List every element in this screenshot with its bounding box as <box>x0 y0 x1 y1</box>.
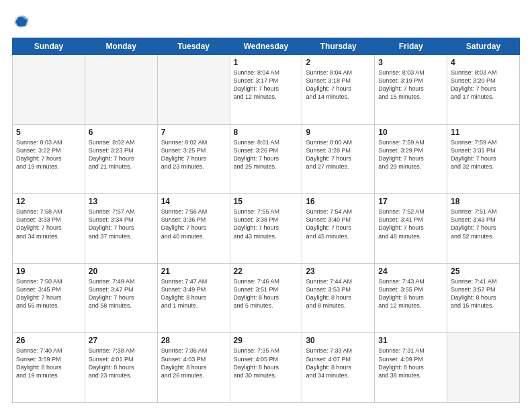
calendar-cell: 29Sunrise: 7:35 AM Sunset: 4:05 PM Dayli… <box>230 333 302 403</box>
calendar-cell <box>85 55 157 125</box>
calendar-cell: 15Sunrise: 7:55 AM Sunset: 3:38 PM Dayli… <box>230 194 302 264</box>
cell-date-number: 19 <box>16 267 81 276</box>
calendar-cell: 3Sunrise: 8:03 AM Sunset: 3:19 PM Daylig… <box>375 55 447 125</box>
calendar-cell: 1Sunrise: 8:04 AM Sunset: 3:17 PM Daylig… <box>230 55 302 125</box>
calendar-cell: 11Sunrise: 7:59 AM Sunset: 3:31 PM Dayli… <box>447 124 520 194</box>
weekday-header-friday: Friday <box>375 38 447 55</box>
calendar-cell: 10Sunrise: 7:59 AM Sunset: 3:29 PM Dayli… <box>375 124 447 194</box>
calendar-cell: 27Sunrise: 7:38 AM Sunset: 4:01 PM Dayli… <box>85 333 157 403</box>
cell-date-number: 11 <box>451 128 516 137</box>
calendar-cell: 25Sunrise: 7:41 AM Sunset: 3:57 PM Dayli… <box>447 263 520 333</box>
calendar-cell: 7Sunrise: 8:02 AM Sunset: 3:25 PM Daylig… <box>157 124 230 194</box>
weekday-header-tuesday: Tuesday <box>157 38 230 55</box>
cell-date-number: 31 <box>378 336 443 345</box>
calendar-week-row: 5Sunrise: 8:03 AM Sunset: 3:22 PM Daylig… <box>13 124 520 194</box>
weekday-header-thursday: Thursday <box>302 38 375 55</box>
cell-info-text: Sunrise: 7:44 AM Sunset: 3:53 PM Dayligh… <box>306 277 371 310</box>
cell-date-number: 15 <box>234 197 299 206</box>
cell-date-number: 20 <box>89 267 154 276</box>
cell-date-number: 8 <box>234 128 299 137</box>
cell-date-number: 13 <box>89 197 154 206</box>
cell-info-text: Sunrise: 8:03 AM Sunset: 3:19 PM Dayligh… <box>378 68 443 101</box>
calendar-cell: 5Sunrise: 8:03 AM Sunset: 3:22 PM Daylig… <box>13 124 85 194</box>
calendar-cell: 12Sunrise: 7:58 AM Sunset: 3:33 PM Dayli… <box>13 194 85 264</box>
cell-date-number: 3 <box>378 58 443 67</box>
calendar-cell <box>157 55 230 125</box>
cell-date-number: 12 <box>16 197 81 206</box>
weekday-header-wednesday: Wednesday <box>230 38 302 55</box>
cell-date-number: 16 <box>306 197 371 206</box>
calendar-cell: 22Sunrise: 7:46 AM Sunset: 3:51 PM Dayli… <box>230 263 302 333</box>
calendar-cell <box>13 55 85 125</box>
calendar-week-row: 12Sunrise: 7:58 AM Sunset: 3:33 PM Dayli… <box>13 194 520 264</box>
cell-date-number: 27 <box>89 336 154 345</box>
calendar-cell: 6Sunrise: 8:02 AM Sunset: 3:23 PM Daylig… <box>85 124 157 194</box>
calendar-cell: 18Sunrise: 7:51 AM Sunset: 3:43 PM Dayli… <box>447 194 520 264</box>
cell-info-text: Sunrise: 7:54 AM Sunset: 3:40 PM Dayligh… <box>306 208 371 240</box>
calendar-cell: 8Sunrise: 8:01 AM Sunset: 3:26 PM Daylig… <box>230 124 302 194</box>
cell-info-text: Sunrise: 8:01 AM Sunset: 3:26 PM Dayligh… <box>234 138 299 171</box>
cell-date-number: 30 <box>306 336 371 345</box>
cell-date-number: 26 <box>16 336 81 345</box>
calendar-cell: 30Sunrise: 7:33 AM Sunset: 4:07 PM Dayli… <box>302 333 375 403</box>
cell-date-number: 5 <box>16 128 81 137</box>
calendar-cell: 14Sunrise: 7:56 AM Sunset: 3:36 PM Dayli… <box>157 194 230 264</box>
cell-info-text: Sunrise: 7:33 AM Sunset: 4:07 PM Dayligh… <box>306 347 371 379</box>
cell-info-text: Sunrise: 7:52 AM Sunset: 3:41 PM Dayligh… <box>378 208 443 240</box>
cell-info-text: Sunrise: 7:35 AM Sunset: 4:05 PM Dayligh… <box>234 347 299 379</box>
weekday-header-monday: Monday <box>85 38 157 55</box>
cell-info-text: Sunrise: 7:41 AM Sunset: 3:57 PM Dayligh… <box>451 277 516 310</box>
header <box>12 12 520 31</box>
page: SundayMondayTuesdayWednesdayThursdayFrid… <box>0 0 532 411</box>
cell-info-text: Sunrise: 8:04 AM Sunset: 3:17 PM Dayligh… <box>234 68 299 101</box>
calendar-cell: 20Sunrise: 7:49 AM Sunset: 3:47 PM Dayli… <box>85 263 157 333</box>
calendar-cell: 2Sunrise: 8:04 AM Sunset: 3:18 PM Daylig… <box>302 55 375 125</box>
cell-date-number: 17 <box>378 197 443 206</box>
calendar-cell: 28Sunrise: 7:36 AM Sunset: 4:03 PM Dayli… <box>157 333 230 403</box>
cell-info-text: Sunrise: 8:02 AM Sunset: 3:25 PM Dayligh… <box>161 138 226 171</box>
cell-info-text: Sunrise: 7:56 AM Sunset: 3:36 PM Dayligh… <box>161 208 226 240</box>
cell-date-number: 25 <box>451 267 516 276</box>
cell-date-number: 9 <box>306 128 371 137</box>
cell-date-number: 1 <box>234 58 299 67</box>
calendar-week-row: 26Sunrise: 7:40 AM Sunset: 3:59 PM Dayli… <box>13 333 520 403</box>
calendar-cell: 31Sunrise: 7:31 AM Sunset: 4:09 PM Dayli… <box>375 333 447 403</box>
cell-date-number: 14 <box>161 197 226 206</box>
cell-date-number: 10 <box>378 128 443 137</box>
cell-info-text: Sunrise: 7:40 AM Sunset: 3:59 PM Dayligh… <box>16 347 81 379</box>
cell-info-text: Sunrise: 7:58 AM Sunset: 3:33 PM Dayligh… <box>16 208 81 240</box>
cell-date-number: 28 <box>161 336 226 345</box>
calendar-cell <box>447 333 520 403</box>
calendar-cell: 19Sunrise: 7:50 AM Sunset: 3:45 PM Dayli… <box>13 263 85 333</box>
cell-info-text: Sunrise: 8:04 AM Sunset: 3:18 PM Dayligh… <box>306 68 371 101</box>
cell-date-number: 4 <box>451 58 516 67</box>
calendar-cell: 13Sunrise: 7:57 AM Sunset: 3:34 PM Dayli… <box>85 194 157 264</box>
calendar-cell: 26Sunrise: 7:40 AM Sunset: 3:59 PM Dayli… <box>13 333 85 403</box>
calendar-week-row: 19Sunrise: 7:50 AM Sunset: 3:45 PM Dayli… <box>13 263 520 333</box>
cell-info-text: Sunrise: 7:36 AM Sunset: 4:03 PM Dayligh… <box>161 347 226 379</box>
calendar-cell: 23Sunrise: 7:44 AM Sunset: 3:53 PM Dayli… <box>302 263 375 333</box>
cell-info-text: Sunrise: 7:38 AM Sunset: 4:01 PM Dayligh… <box>89 347 154 379</box>
cell-info-text: Sunrise: 7:59 AM Sunset: 3:29 PM Dayligh… <box>378 138 443 171</box>
cell-info-text: Sunrise: 8:03 AM Sunset: 3:20 PM Dayligh… <box>451 68 516 101</box>
cell-date-number: 23 <box>306 267 371 276</box>
cell-date-number: 22 <box>234 267 299 276</box>
calendar-cell: 9Sunrise: 8:00 AM Sunset: 3:28 PM Daylig… <box>302 124 375 194</box>
cell-info-text: Sunrise: 7:46 AM Sunset: 3:51 PM Dayligh… <box>234 277 299 310</box>
cell-info-text: Sunrise: 7:31 AM Sunset: 4:09 PM Dayligh… <box>378 347 443 379</box>
cell-info-text: Sunrise: 7:55 AM Sunset: 3:38 PM Dayligh… <box>234 208 299 240</box>
cell-date-number: 7 <box>161 128 226 137</box>
cell-info-text: Sunrise: 7:59 AM Sunset: 3:31 PM Dayligh… <box>451 138 516 171</box>
cell-date-number: 6 <box>89 128 154 137</box>
cell-info-text: Sunrise: 7:57 AM Sunset: 3:34 PM Dayligh… <box>89 208 154 240</box>
cell-info-text: Sunrise: 8:00 AM Sunset: 3:28 PM Dayligh… <box>306 138 371 171</box>
calendar-cell: 21Sunrise: 7:47 AM Sunset: 3:49 PM Dayli… <box>157 263 230 333</box>
calendar-table: SundayMondayTuesdayWednesdayThursdayFrid… <box>12 38 520 403</box>
weekday-header-row: SundayMondayTuesdayWednesdayThursdayFrid… <box>13 38 520 55</box>
logo <box>12 12 34 31</box>
calendar-cell: 24Sunrise: 7:43 AM Sunset: 3:55 PM Dayli… <box>375 263 447 333</box>
weekday-header-sunday: Sunday <box>13 38 85 55</box>
logo-icon <box>12 12 31 31</box>
calendar-cell: 17Sunrise: 7:52 AM Sunset: 3:41 PM Dayli… <box>375 194 447 264</box>
cell-info-text: Sunrise: 7:49 AM Sunset: 3:47 PM Dayligh… <box>89 277 154 310</box>
